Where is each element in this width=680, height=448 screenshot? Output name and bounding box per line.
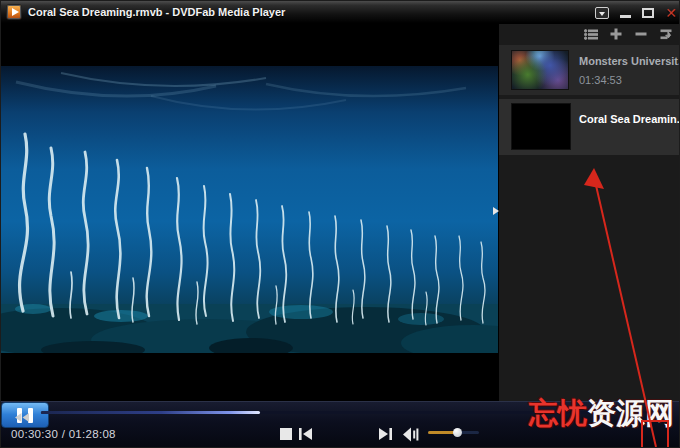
playlist-item-thumbnail: [511, 50, 569, 90]
garden-eels: [20, 134, 485, 325]
watermark-white-text: 资源网: [587, 396, 674, 430]
playlist-item-thumbnail: [511, 103, 571, 150]
title-bar: Coral Sea Dreaming.rmvb - DVDFab Media P…: [1, 1, 680, 24]
chevron-down-icon: [599, 12, 605, 16]
volume-icon[interactable]: [402, 426, 420, 442]
watermark-red-text: 忘忧: [529, 396, 587, 430]
remove-file-icon[interactable]: [634, 28, 648, 40]
video-frame: [1, 66, 498, 353]
minimize-button[interactable]: [620, 15, 631, 18]
video-pane[interactable]: [1, 24, 498, 401]
app-logo-icon: [6, 4, 22, 20]
volume-fill: [428, 431, 458, 434]
time-display: 00:30:30 / 01:28:08: [11, 428, 116, 440]
stop-button[interactable]: [279, 427, 293, 441]
previous-button[interactable]: [297, 426, 313, 442]
media-player-window: Coral Sea Dreaming.rmvb - DVDFab Media P…: [0, 0, 680, 448]
add-file-icon[interactable]: [609, 28, 623, 40]
playlist-item[interactable]: Monsters Universit... 01:34:53: [499, 45, 680, 95]
main-area: Monsters Universit... 01:34:53 Coral Sea…: [1, 24, 680, 401]
close-button[interactable]: ✕: [665, 6, 677, 20]
rewind-icon[interactable]: [14, 408, 29, 426]
seek-progress: [41, 411, 260, 414]
window-title: Coral Sea Dreaming.rmvb - DVDFab Media P…: [28, 6, 285, 18]
playlist-panel: Monsters Universit... 01:34:53 Coral Sea…: [499, 24, 680, 401]
playlist-toolbar: [584, 28, 673, 40]
playlist-item-title: Monsters Universit...: [579, 55, 680, 67]
next-button[interactable]: [377, 426, 393, 442]
playlist-item-title: Coral Sea Dreamin...: [579, 113, 680, 125]
window-menu-button[interactable]: [595, 7, 609, 19]
playlist-item-duration: 01:34:53: [579, 74, 622, 86]
play-order-icon[interactable]: [659, 28, 673, 40]
window-controls: ✕: [595, 6, 677, 20]
playlist-view-icon[interactable]: [584, 28, 598, 40]
underwater-scene-art: [1, 66, 498, 353]
watermark: 忘忧资源网: [529, 398, 674, 430]
playlist-item[interactable]: Coral Sea Dreamin...: [499, 99, 680, 155]
volume-slider[interactable]: [428, 431, 479, 434]
maximize-button[interactable]: [642, 8, 654, 18]
volume-knob[interactable]: [453, 428, 462, 437]
